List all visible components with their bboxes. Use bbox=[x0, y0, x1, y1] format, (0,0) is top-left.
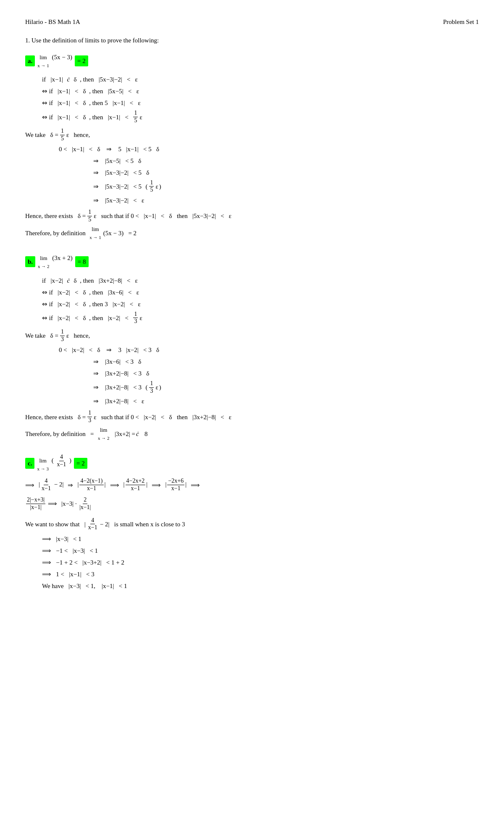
part-b: b. lim x → 2 (3x + 2) = 8 if |x−2| ċ δ ,… bbox=[25, 253, 479, 442]
part-a-if-line: if |x−1| ċ δ , then |5x−3|−2| < ε bbox=[42, 74, 479, 84]
part-b-therefore1: Therefore, by definition = lim x → 2 |3x… bbox=[25, 426, 479, 442]
part-c-lim-sub: x → 3 bbox=[37, 465, 49, 473]
part-a-step1: ⇔ if |x−1| < δ , then |5x−5| < ε bbox=[42, 86, 479, 96]
part-c-we-want: We want to show that |4x−1 − 2| is small… bbox=[25, 517, 479, 532]
part-b-chain3: ⇒ |3x+2|−8| < 3 δ bbox=[59, 368, 479, 378]
part-a-lim-sub: x → 1 bbox=[37, 62, 49, 70]
part-c-label: c. bbox=[25, 458, 34, 469]
part-b-limit: lim x → 2 (3x + 2) bbox=[38, 253, 73, 270]
part-a-chain4: ⇒ |5x−3|−2| < 5 (15ε) bbox=[59, 179, 479, 194]
part-a-lim-word: lim bbox=[39, 53, 47, 62]
part-a-we-take: We take δ = 15ε hence, bbox=[25, 128, 479, 142]
part-b-chain2: ⇒ |3x−6| < 3 δ bbox=[59, 357, 479, 367]
part-c-lim-word: lim bbox=[39, 457, 47, 465]
part-a-chain5: ⇒ |5x−3|−2| < ε bbox=[59, 195, 479, 205]
part-a-chain1: 0 < |x−1| < δ ⇒ 5 |x−1| < 5 δ bbox=[59, 144, 479, 154]
part-b-step2: ⇔ if |x−2| < δ , then 3 |x−2| < ε bbox=[42, 299, 479, 309]
part-c-answer: = 2 bbox=[74, 458, 87, 469]
part-b-label: b. bbox=[25, 256, 35, 267]
part-c-bound1: ⟹ |x−3| < 1 bbox=[42, 534, 479, 544]
part-b-lim-word: lim bbox=[40, 254, 47, 263]
part-c-we-have: We have |x−3| < 1, |x−1| < 1 bbox=[42, 581, 479, 591]
part-a: a. lim x → 1 (5x − 3) = 2 if |x−1| ċ δ ,… bbox=[25, 52, 479, 241]
part-a-step3: ⇔ if |x−1| < δ , then |x−1| < 15ε bbox=[42, 110, 479, 124]
part-a-chain3: ⇒ |5x−3|−2| < 5 δ bbox=[59, 168, 479, 178]
part-b-step3: ⇔ if |x−2| < δ , then |x−2| < 13ε bbox=[42, 311, 479, 326]
part-b-we-take: We take δ = 13ε hence, bbox=[25, 328, 479, 343]
part-a-hence: Hence, there exists δ = 15ε such that if… bbox=[25, 209, 479, 223]
part-a-label: a. bbox=[25, 55, 35, 66]
header-right: Problem Set 1 bbox=[443, 17, 479, 27]
part-c-bound2: ⟹ −1 < |x−3| < 1 bbox=[42, 546, 479, 556]
intro: 1. Use the definition of limits to prove… bbox=[25, 35, 479, 45]
part-c-limit: lim x → 3 ( 4x−1 ) bbox=[37, 454, 71, 473]
part-b-lim-sub: x → 2 bbox=[38, 263, 50, 271]
part-c-bound4: ⟹ 1 < |x−1| < 3 bbox=[42, 569, 479, 579]
header-left: Hilario - BS Math 1A bbox=[25, 17, 80, 27]
part-b-if-line: if |x−2| ċ δ , then |3x+2|−8| < ε bbox=[42, 276, 479, 286]
part-b-chain1: 0 < |x−2| < δ ⇒ 3 |x−2| < 3 δ bbox=[59, 345, 479, 355]
part-c: c. lim x → 3 ( 4x−1 ) = 2 ⟹ |4x−1 − 2| ⇒… bbox=[25, 454, 479, 591]
part-a-chain2: ⇒ |5x−5| < 5 δ bbox=[59, 156, 479, 166]
part-c-bound3: ⟹ −1 + 2 < |x−3+2| < 1 + 2 bbox=[42, 557, 479, 567]
part-b-chain4: ⇒ |3x+2|−8| < 3 (13ε) bbox=[59, 380, 479, 395]
part-c-derivation: ⟹ |4x−1 − 2| ⇒ |4−2(x−1)x−1| ⟹ |4−2x+2x−… bbox=[25, 478, 479, 492]
part-b-hence: Hence, there exists δ = 13ε such that if… bbox=[25, 410, 479, 424]
part-b-answer: = 8 bbox=[75, 256, 89, 267]
part-c-derivation2: 2|−x+3||x−1| ⟹ |x−3| · 2|x−1| bbox=[25, 496, 479, 511]
part-b-step1: ⇔ if |x−2| < δ , then |3x−6| < ε bbox=[42, 287, 479, 297]
part-a-answer: = 2 bbox=[75, 55, 88, 66]
part-a-limit: lim x → 1 (5x − 3) bbox=[37, 52, 72, 69]
part-a-step2: ⇔ if |x−1| < δ , then 5 |x−1| < ε bbox=[42, 98, 479, 108]
part-a-therefore: Therefore, by definition lim x → 1 (5x −… bbox=[25, 225, 479, 241]
part-b-chain5: ⇒ |3x+2|−8| < ε bbox=[59, 396, 479, 406]
